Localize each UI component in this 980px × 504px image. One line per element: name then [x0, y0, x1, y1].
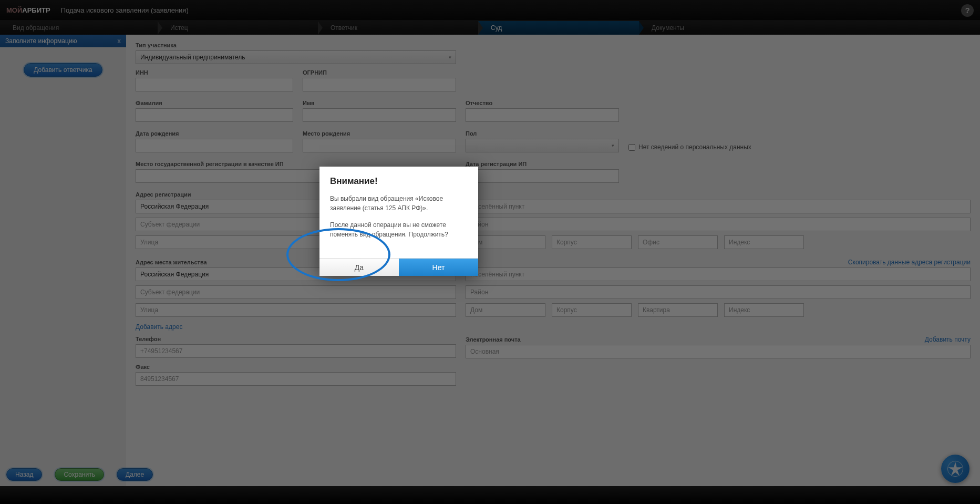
confirm-modal: Внимание! Вы выбрали вид обращения «Иско… — [319, 167, 478, 276]
modal-yes-button[interactable]: Да — [319, 259, 399, 276]
modal-overlay[interactable] — [0, 0, 980, 504]
modal-text-1: Вы выбрали вид обращения «Исковое заявле… — [330, 194, 468, 213]
modal-text-2: После данной операции вы не сможете поме… — [330, 220, 468, 239]
modal-title: Внимание! — [330, 176, 468, 187]
modal-no-button[interactable]: Нет — [399, 259, 478, 276]
